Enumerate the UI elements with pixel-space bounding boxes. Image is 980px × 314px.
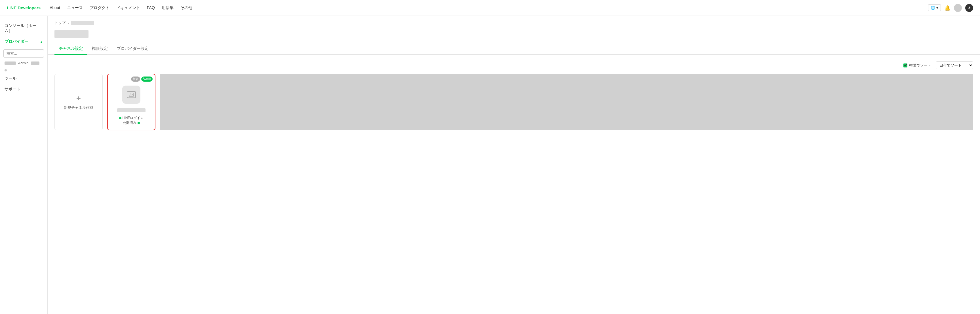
nav-right: 🌐 ▾ 🔔 ☀: [928, 4, 973, 12]
channel-type-dot: [119, 117, 121, 119]
channel-status: 公開済み: [123, 121, 140, 125]
globe-icon: 🌐: [931, 6, 935, 10]
nav-links: About ニュース プロダクト ドキュメント FAQ 用語集 その他: [49, 5, 928, 11]
top-nav: LINE Developers About ニュース プロダクト ドキュメント …: [0, 0, 980, 16]
channel-area: 権限でソート 日付でソート 名前でソート + 新規チャネル作成: [48, 55, 980, 137]
chevron-up-icon: ▲: [40, 40, 43, 43]
admin-label: Admin: [18, 61, 29, 65]
channel-name-placeholder: [117, 108, 145, 112]
channel-type: LINEログイン: [119, 116, 144, 121]
nav-docs[interactable]: ドキュメント: [116, 5, 140, 11]
channel-card-selected[interactable]: 新規 Admin: [107, 74, 156, 130]
notification-bell[interactable]: 🔔: [944, 5, 950, 11]
new-channel-card[interactable]: + 新規チャネル作成: [54, 74, 103, 130]
status-dot-icon: [138, 122, 140, 124]
channel-grid: + 新規チャネル作成 新規 Admin: [54, 74, 973, 130]
channel-icon-wrap: [122, 86, 140, 104]
gray-area: [160, 74, 973, 130]
sort-date-select[interactable]: 日付でソート 名前でソート: [936, 62, 973, 69]
logo[interactable]: LINE Developers: [7, 5, 41, 10]
avatar[interactable]: [954, 4, 962, 12]
sidebar: コンソール（ホーム） プロバイダー ▲ Admin ツール サポート: [0, 16, 48, 314]
admin-row: Admin: [0, 60, 48, 67]
main-content: トップ › チャネル設定 権限設定 プロバイダー設定 権限: [48, 16, 980, 314]
channel-type-label: LINEログイン: [123, 116, 144, 121]
theme-toggle[interactable]: ☀: [965, 4, 973, 12]
image-icon: [129, 93, 134, 97]
sidebar-tools[interactable]: ツール: [0, 73, 48, 84]
nav-other[interactable]: その他: [180, 5, 192, 11]
breadcrumb: トップ ›: [48, 16, 980, 28]
language-selector[interactable]: 🌐 ▾: [928, 4, 941, 11]
breadcrumb-current: [71, 21, 94, 25]
sort-by-permission-label[interactable]: 権限でソート: [904, 63, 931, 68]
status-label: 公開済み: [123, 121, 137, 125]
sidebar-provider-label: プロバイダー: [5, 39, 29, 44]
sort-permission-checkbox[interactable]: [904, 63, 907, 67]
plus-icon: +: [76, 94, 81, 103]
sort-bar: 権限でソート 日付でソート 名前でソート: [54, 62, 973, 69]
channel-icon: [127, 91, 136, 98]
layout: コンソール（ホーム） プロバイダー ▲ Admin ツール サポート トップ ›: [0, 16, 980, 314]
provider-header: [48, 28, 980, 43]
globe-chevron: ▾: [936, 6, 938, 10]
tabs: チャネル設定 権限設定 プロバイダー設定: [48, 43, 980, 55]
nav-faq[interactable]: FAQ: [147, 5, 155, 11]
tab-channel-settings[interactable]: チャネル設定: [54, 43, 88, 55]
provider-name-block: [54, 30, 89, 38]
sidebar-channel-item[interactable]: [0, 67, 48, 73]
nav-news[interactable]: ニュース: [67, 5, 83, 11]
channel-badges: 新規 Admin: [131, 76, 153, 82]
sidebar-console-home[interactable]: コンソール（ホーム）: [0, 21, 48, 36]
main-inner: トップ › チャネル設定 権限設定 プロバイダー設定 権限: [48, 16, 980, 314]
channel-dot-icon: [5, 69, 7, 71]
svg-point-1: [130, 94, 131, 94]
svg-rect-0: [129, 93, 134, 96]
sort-permission-text: 権限でソート: [909, 63, 931, 68]
tab-permissions[interactable]: 権限設定: [88, 43, 112, 55]
nav-glossary[interactable]: 用語集: [162, 5, 173, 11]
nav-product[interactable]: プロダクト: [90, 5, 110, 11]
breadcrumb-separator: ›: [68, 21, 69, 25]
provider-name-placeholder: [5, 62, 16, 65]
provider-name-placeholder2: [31, 62, 40, 65]
badge-new: 新規: [131, 76, 140, 82]
sidebar-provider-section[interactable]: プロバイダー ▲: [0, 36, 48, 47]
breadcrumb-top[interactable]: トップ: [54, 21, 65, 25]
nav-about[interactable]: About: [49, 5, 60, 11]
sidebar-search-input[interactable]: [3, 49, 44, 57]
new-channel-label: 新規チャネル作成: [64, 105, 93, 110]
badge-admin: Admin: [141, 76, 153, 82]
tab-provider-settings[interactable]: プロバイダー設定: [112, 43, 153, 55]
sidebar-support[interactable]: サポート: [0, 84, 48, 95]
